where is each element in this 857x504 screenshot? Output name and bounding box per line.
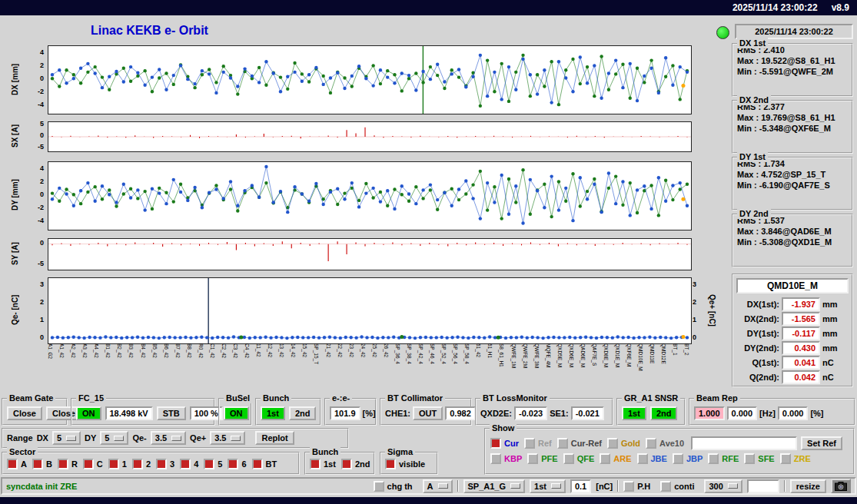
- checkbox-box[interactable]: [637, 453, 648, 464]
- checkbox-box[interactable]: [524, 438, 535, 449]
- checkbox-box[interactable]: [83, 459, 94, 469]
- range-qe-plus-select[interactable]: 3.5: [210, 431, 245, 445]
- checkbox-4[interactable]: 4: [180, 459, 198, 469]
- ph-checkbox[interactable]: P.H: [623, 481, 650, 492]
- checkbox-visible[interactable]: visible: [385, 459, 425, 469]
- checkbox-pfe[interactable]: PFE: [527, 453, 557, 464]
- checkbox-box[interactable]: [607, 438, 618, 449]
- ph-checkbox-box[interactable]: [623, 481, 634, 492]
- checkbox-box[interactable]: [600, 453, 610, 464]
- checkbox-jbe[interactable]: JBE: [637, 453, 667, 464]
- range-qe-minus-select[interactable]: 3.5: [151, 431, 186, 445]
- checkbox-box[interactable]: [744, 453, 755, 464]
- checkbox-box[interactable]: [108, 459, 119, 469]
- beam-gate-close-1-button[interactable]: Close: [7, 406, 42, 420]
- checkbox-box[interactable]: [204, 459, 214, 469]
- gr-a1-1st-button[interactable]: 1st: [622, 406, 646, 420]
- checkbox-box[interactable]: [32, 459, 43, 469]
- replot-button[interactable]: Replot: [255, 431, 294, 445]
- checkbox-6[interactable]: 6: [228, 459, 246, 469]
- monitor-row: DY(2nd):0.430mm: [733, 341, 852, 355]
- checkbox-box[interactable]: [563, 453, 574, 464]
- bunch-order-select[interactable]: 1st: [530, 479, 566, 493]
- fc15-stb-button[interactable]: STB: [157, 406, 186, 420]
- checkbox-jbp[interactable]: JBP: [673, 453, 703, 464]
- checkbox-cur-ref[interactable]: Cur-Ref: [557, 438, 602, 449]
- checkbox-box[interactable]: [58, 459, 68, 469]
- checkbox-cur[interactable]: Cur: [490, 438, 519, 449]
- checkbox-zre[interactable]: ZRE: [780, 453, 811, 464]
- checkbox-box[interactable]: [673, 453, 683, 464]
- checkbox-a[interactable]: A: [7, 459, 27, 469]
- conti-label: conti: [674, 482, 694, 491]
- checkbox-ref[interactable]: Ref: [524, 438, 552, 449]
- che1-out-button[interactable]: OUT: [413, 406, 443, 420]
- fc15-kv-value: 18.498 kV: [105, 406, 153, 420]
- interval-select[interactable]: 300: [704, 479, 742, 493]
- y-tick-right: 0: [693, 333, 696, 341]
- checkbox-box[interactable]: [341, 459, 352, 469]
- checkbox-2nd[interactable]: 2nd: [341, 459, 370, 469]
- set-ref-button[interactable]: Set Ref: [801, 436, 842, 450]
- checkbox-box[interactable]: [132, 459, 143, 469]
- bunch-2nd-button[interactable]: 2nd: [289, 406, 317, 420]
- busel-on-button[interactable]: ON: [224, 406, 249, 420]
- checkbox-2[interactable]: 2: [132, 459, 151, 469]
- checkbox-box[interactable]: [490, 453, 501, 464]
- screenshot-button[interactable]: [831, 479, 851, 493]
- range-dx-select[interactable]: 5: [52, 431, 81, 445]
- checkbox-1st[interactable]: 1st: [310, 459, 336, 469]
- ee-unit: [%]: [363, 409, 376, 418]
- checkbox-1[interactable]: 1: [108, 459, 127, 469]
- checkbox-c[interactable]: C: [83, 459, 103, 469]
- checkbox-box[interactable]: [385, 459, 396, 469]
- checkbox-sfe[interactable]: SFE: [744, 453, 774, 464]
- range-dy-select[interactable]: 5: [100, 431, 128, 445]
- bunch-1st-button[interactable]: 1st: [261, 406, 285, 420]
- checkbox-qfe[interactable]: QFE: [563, 453, 595, 464]
- checkbox-rfe[interactable]: RFE: [708, 453, 739, 464]
- checkbox-box[interactable]: [180, 459, 191, 469]
- checkbox-box[interactable]: [252, 459, 263, 469]
- x-tick-label: 14_42: [291, 343, 296, 393]
- checkbox-box[interactable]: [646, 438, 656, 449]
- x-tick-label: SP_46_4: [430, 343, 435, 393]
- chg-th-label: chg th: [387, 482, 413, 491]
- checkbox-bt[interactable]: BT: [252, 459, 277, 469]
- checkbox-are[interactable]: ARE: [600, 453, 631, 464]
- checkbox-box[interactable]: [708, 453, 719, 464]
- checkbox-box[interactable]: [310, 459, 321, 469]
- checkbox-box[interactable]: [780, 453, 791, 464]
- checkbox-r[interactable]: R: [58, 459, 78, 469]
- checkbox-box[interactable]: [228, 459, 238, 469]
- checkbox-box[interactable]: [7, 459, 18, 469]
- checkbox-ave10[interactable]: Ave10: [646, 438, 684, 449]
- sp-select[interactable]: SP_A1_G: [463, 479, 526, 493]
- chg-th-checkbox-box[interactable]: [374, 481, 384, 492]
- gr-a1-2nd-button[interactable]: 2nd: [650, 406, 678, 420]
- checkbox-gold[interactable]: Gold: [607, 438, 640, 449]
- chg-th-checkbox[interactable]: chg th: [374, 481, 413, 492]
- monitor-row-label: Q(1st):: [736, 358, 779, 367]
- x-tick-label: QXD5E_M: [557, 343, 563, 393]
- checkbox-b[interactable]: B: [32, 459, 52, 469]
- checkbox-kbp[interactable]: KBP: [490, 453, 522, 464]
- checkbox-box[interactable]: [527, 453, 538, 464]
- checkbox-box[interactable]: [490, 438, 501, 449]
- x-tick-label: QAF7E_S: [592, 343, 597, 393]
- checkbox-box[interactable]: [557, 438, 568, 449]
- ref-name-input[interactable]: [691, 436, 797, 450]
- interval-input[interactable]: [747, 479, 779, 493]
- sector-select[interactable]: A: [423, 479, 453, 493]
- range-dx-label: DX: [37, 433, 48, 443]
- beam-gate-label: Beam Gate: [7, 393, 55, 403]
- fc15-on-button[interactable]: ON: [76, 406, 101, 420]
- checkbox-3[interactable]: 3: [156, 459, 174, 469]
- y-tick: -4: [38, 101, 44, 108]
- conti-checkbox-box[interactable]: [660, 481, 671, 492]
- x-tick-label: B7_42: [175, 343, 181, 393]
- checkbox-5[interactable]: 5: [204, 459, 222, 469]
- resize-button[interactable]: resize: [790, 479, 826, 493]
- conti-checkbox[interactable]: conti: [660, 481, 694, 492]
- checkbox-box[interactable]: [156, 459, 167, 469]
